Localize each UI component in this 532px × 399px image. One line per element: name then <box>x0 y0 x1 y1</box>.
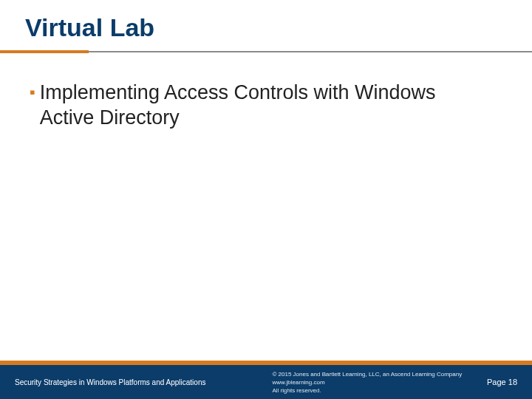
slide: Virtual Lab ▪ Implementing Access Contro… <box>0 0 532 399</box>
content-area: ▪ Implementing Access Controls with Wind… <box>0 53 532 130</box>
footer: Security Strategies in Windows Platforms… <box>0 365 532 399</box>
title-area: Virtual Lab <box>0 0 532 47</box>
footer-copyright: © 2015 Jones and Bartlett Learning, LLC,… <box>205 370 487 395</box>
footer-course-title: Security Strategies in Windows Platforms… <box>0 378 205 386</box>
copyright-line: www.jblearning.com <box>272 378 487 386</box>
page-number: Page 18 <box>487 378 532 386</box>
bullet-icon: ▪ <box>30 80 35 105</box>
slide-title: Virtual Lab <box>25 13 532 42</box>
copyright-line: All rights reserved. <box>272 386 487 395</box>
list-item: ▪ Implementing Access Controls with Wind… <box>30 80 502 130</box>
copyright-line: © 2015 Jones and Bartlett Learning, LLC,… <box>272 370 487 378</box>
bullet-text: Implementing Access Controls with Window… <box>40 80 439 130</box>
